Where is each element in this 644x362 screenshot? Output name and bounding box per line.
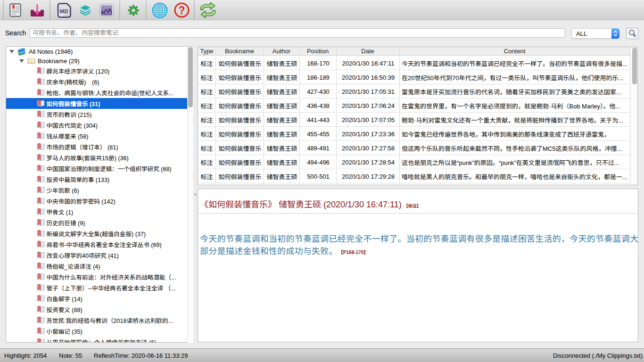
svg-text:?: ? [178, 4, 185, 16]
svg-text:MD: MD [60, 8, 68, 14]
